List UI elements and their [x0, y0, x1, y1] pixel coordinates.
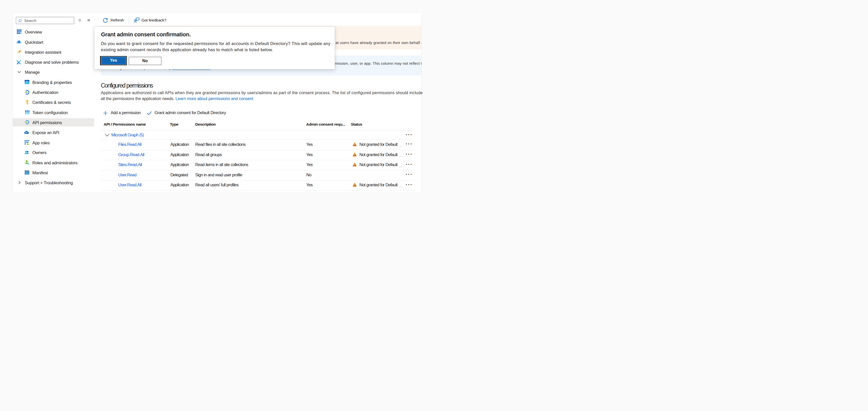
svg-text:www: www [26, 81, 29, 82]
svg-text:{ }: { } [26, 172, 28, 174]
